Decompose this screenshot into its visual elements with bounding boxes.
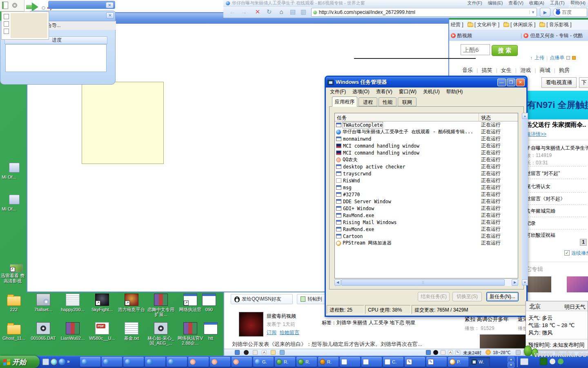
taskbar-button-c[interactable]: C.: [383, 357, 403, 367]
task-row[interactable]: MCI command handling window正在运行: [335, 149, 518, 156]
desktop-icon[interactable]: 林心如-采心_国_AEG_...: [147, 322, 174, 346]
task-row[interactable]: TWAutoComplete正在运行: [335, 121, 518, 128]
uploader-video-title[interactable]: 甜蜜毒药视频: [267, 313, 296, 320]
checkbox[interactable]: [4, 14, 9, 19]
desktop-icon[interactable]: LianWu02...: [59, 322, 86, 341]
task-row[interactable]: desktop active checker正在运行: [335, 163, 518, 170]
menu-favorites[interactable]: 收藏(A): [529, 0, 544, 6]
taskbar-clock[interactable]: 20:54: [568, 3, 581, 9]
document-icon[interactable]: [2, 2, 8, 9]
quicklaunch-app-icon[interactable]: [42, 359, 49, 365]
n97i-ad-banner[interactable]: 有N97i 全屏触摸: [525, 91, 588, 119]
autofill-icon[interactable]: A: [448, 350, 453, 355]
taskbar-button-ppstream[interactable]: P.: [448, 357, 468, 367]
keyboard-tray-icon[interactable]: [520, 358, 528, 365]
taskbar-button-g[interactable]: G.: [253, 357, 274, 367]
scroll-right-icon[interactable]: ▶: [512, 279, 518, 286]
desktop-icon-office[interactable]: [9, 195, 20, 204]
desktop-icon-label[interactable]: Mi Of...: [1, 206, 17, 212]
task-row[interactable]: RisWnd正在运行: [335, 177, 518, 184]
menu-file[interactable]: 文件(F): [330, 88, 346, 95]
desktop-icon[interactable]: 基金.txt: [118, 322, 145, 341]
playlist-link[interactable]: 点播单: [550, 54, 564, 61]
menu-shutdown[interactable]: 关机(U): [423, 88, 440, 95]
video-name[interactable]: 子自曝与朱丽倩人工受孕生子: [526, 145, 588, 152]
page-number-badge[interactable]: 1: [580, 239, 587, 246]
subscribe-link[interactable]: 订阅: [267, 329, 276, 336]
menu-help[interactable]: 帮助(H): [446, 88, 463, 95]
checkbox[interactable]: [4, 29, 9, 34]
checkbox[interactable]: [4, 21, 9, 27]
taskbar-button-ie[interactable]: [167, 357, 187, 367]
notes-icon[interactable]: [271, 350, 276, 355]
volume-tray-icon[interactable]: [550, 359, 555, 364]
tab-youku-album[interactable]: 但是又何奈 - 专辑 - 优酷: [522, 32, 583, 39]
plugin-icon[interactable]: [244, 350, 249, 355]
taskbar-button-ie[interactable]: [145, 357, 165, 367]
taskbar-button-notepad[interactable]: ✎: [426, 357, 447, 367]
taskbar-button-rising[interactable]: R.: [318, 357, 339, 367]
taskbar-button-rising[interactable]: R.: [296, 357, 317, 367]
continuous-play-checkbox[interactable]: ✓: [564, 250, 570, 256]
ku6-search-button[interactable]: 搜 索: [492, 45, 518, 56]
desktop-icon[interactable]: 浩方电竞平台: [118, 294, 145, 312]
close-button[interactable]: ✕: [516, 79, 525, 86]
window-list-icon[interactable]: ▤: [288, 7, 298, 16]
media-icon[interactable]: [433, 350, 438, 355]
lock-icon[interactable]: [516, 350, 521, 355]
forward-icon[interactable]: →: [239, 7, 249, 16]
video-list-item[interactable]: 可欣酸涩祝福: [526, 232, 555, 239]
baidu-search-box[interactable]: [553, 8, 587, 17]
minimize-button[interactable]: —: [497, 79, 506, 86]
desktop-icon[interactable]: Ghost_11...: [0, 322, 27, 341]
quicklaunch-ie-icon[interactable]: [59, 359, 65, 365]
weather-tab-tomorrow[interactable]: 明日天气: [564, 303, 586, 311]
taskbar-button-taskmgr[interactable]: W.: [470, 357, 490, 367]
task-row[interactable]: DDE Server Window正在运行: [335, 198, 518, 205]
autofill-icon[interactable]: A: [262, 350, 267, 355]
quicklaunch-pps-icon[interactable]: [51, 359, 57, 365]
video-list-item[interactable]: 丝留言《对不起》: [526, 195, 565, 202]
menu-options[interactable]: 选项(O): [352, 88, 369, 95]
url-input[interactable]: [319, 9, 528, 15]
horizontal-scrollbar[interactable]: ◀ ⁞⁞ ▶: [334, 279, 518, 286]
scrollbar-thumb[interactable]: ⁞⁞: [341, 279, 505, 286]
task-row[interactable]: QQ农夫正在运行: [335, 156, 518, 163]
close-icon[interactable]: ✕: [106, 2, 114, 8]
bookmark-folder[interactable]: 经营 ]: [451, 21, 463, 28]
monitor-icon[interactable]: [426, 350, 431, 355]
column-task[interactable]: 任务: [337, 114, 347, 121]
record-icon[interactable]: [42, 6, 45, 10]
desktop-icon-xunlei[interactable]: [10, 264, 23, 272]
taskbar-button-ie[interactable]: [80, 357, 100, 367]
tab-applications[interactable]: 应用程序: [332, 96, 357, 107]
nav-house[interactable]: 购房: [559, 67, 570, 73]
stop-icon[interactable]: ✕: [253, 7, 263, 16]
column-status[interactable]: 状态: [481, 114, 491, 121]
desktop-icon-label[interactable]: Mi Of...: [1, 175, 17, 180]
desktop-icon[interactable]: 恋舞中文专用扩展...: [147, 294, 174, 317]
uploader-thumbnail[interactable]: [239, 312, 263, 337]
bookmark-folder[interactable]: [ 音乐影视 ]: [539, 21, 571, 28]
menu-file[interactable]: 文件(F): [468, 0, 482, 6]
menu-view[interactable]: 查看(V): [376, 88, 392, 95]
menu-view[interactable]: 查看(V): [508, 0, 523, 6]
forecast-label[interactable]: 未来24时: [463, 350, 481, 356]
task-row[interactable]: Rising Mail Windows正在运行: [335, 219, 518, 226]
task-row[interactable]: Cartoon正在运行: [335, 233, 518, 240]
menu-windows[interactable]: 窗口(W): [399, 88, 416, 95]
task-row[interactable]: MCI command handling window正在运行: [335, 142, 518, 149]
ku6-search-box[interactable]: [461, 44, 490, 55]
upload-link[interactable]: 上传: [535, 54, 544, 61]
download-button[interactable]: 下载: [579, 77, 588, 88]
watch-tv-live-button[interactable]: 看电视直播: [541, 77, 577, 88]
plugin-icon[interactable]: [235, 350, 240, 355]
security-tray-icon[interactable]: [558, 359, 564, 364]
desktop-icon[interactable]: htt: [197, 322, 224, 341]
album-detail-link[interactable]: 辑详情>>: [526, 131, 546, 138]
edit-icon[interactable]: ✎: [455, 350, 460, 355]
nav-mall[interactable]: 商城: [540, 67, 550, 73]
task-row[interactable]: RavMond.exe正在运行: [335, 212, 518, 219]
menu-tools[interactable]: 工具(T): [550, 0, 565, 6]
forward-arrow-icon[interactable]: [26, 2, 40, 11]
